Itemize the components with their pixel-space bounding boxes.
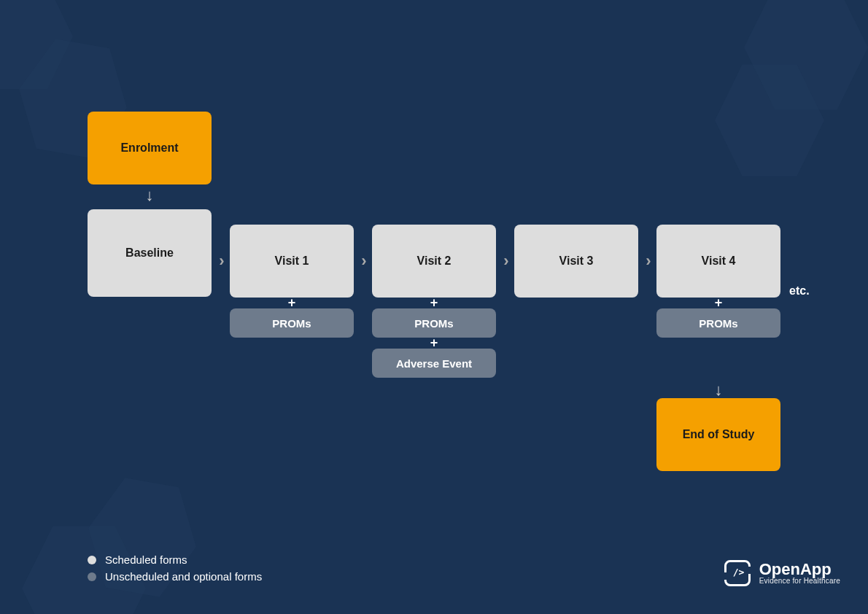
legend-dot-icon [88,572,96,581]
node-label: Visit 1 [275,254,309,268]
pill-proms-visit2: PROMs [372,308,496,338]
node-visit2: Visit 2 [372,225,496,298]
brand-name: OpenApp [759,561,840,578]
chevron-right-icon: › [641,252,656,271]
pill-proms-visit4: PROMs [656,308,780,338]
arrow-down-icon: ↓ [711,381,726,400]
node-label: Visit 2 [417,254,452,268]
brand-text: OpenApp Evidence for Healthcare [759,561,840,586]
pill-label: PROMs [272,317,311,330]
pill-label: Adverse Event [396,357,472,370]
chevron-right-icon: › [499,252,514,271]
legend-label: Scheduled forms [105,553,187,566]
node-baseline: Baseline [88,209,212,297]
node-label: Enrolment [120,141,178,155]
node-label: Visit 4 [702,254,736,268]
pill-adverse-event: Adverse Event [372,349,496,378]
diagram-canvas: Enrolment ↓ Baseline › Visit 1 + PROMs ›… [0,0,868,614]
pill-label: PROMs [699,317,737,330]
node-visit1: Visit 1 [230,225,354,298]
node-visit3: Visit 3 [514,225,638,298]
pill-label: PROMs [414,317,453,330]
brand-tagline: Evidence for Healthcare [759,578,840,586]
brand-icon: /> [724,560,751,586]
node-label: End of Study [683,428,755,441]
node-visit4: Visit 4 [656,225,780,298]
legend-label: Unscheduled and optional forms [105,570,262,583]
etc-label: etc. [789,284,810,298]
brand-icon-glyph: /> [733,567,745,578]
pill-proms-visit1: PROMs [230,308,354,338]
node-enrolment: Enrolment [88,112,212,184]
node-label: Visit 3 [559,254,594,268]
legend: Scheduled forms Unscheduled and optional… [88,551,262,585]
legend-item-scheduled: Scheduled forms [88,551,262,568]
chevron-right-icon: › [214,252,229,271]
legend-item-unscheduled: Unscheduled and optional forms [88,568,262,585]
chevron-right-icon: › [357,252,371,271]
arrow-down-icon: ↓ [142,186,157,205]
brand-logo: /> OpenApp Evidence for Healthcare [724,560,840,586]
node-label: Baseline [125,246,174,260]
legend-dot-icon [88,556,96,564]
node-end-of-study: End of Study [656,398,780,471]
